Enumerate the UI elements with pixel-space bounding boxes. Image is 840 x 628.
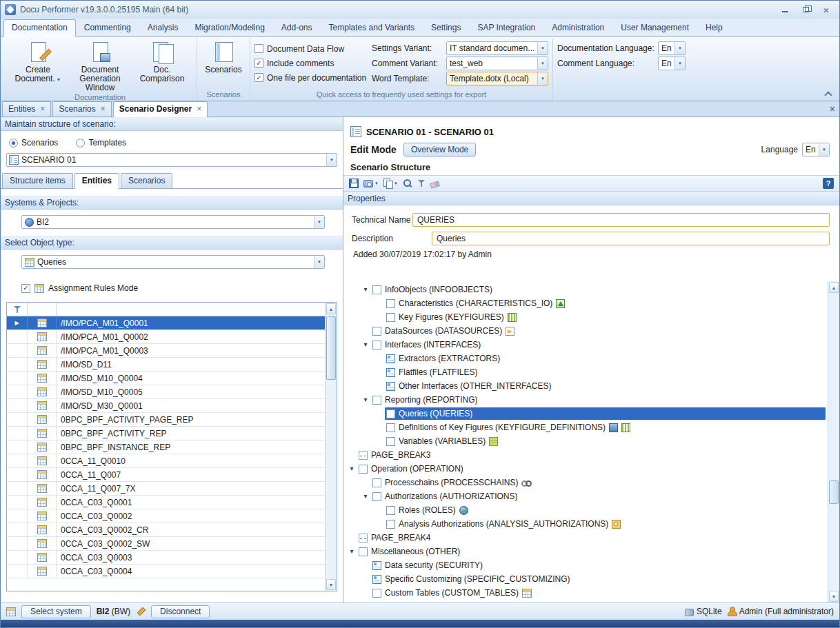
checkbox-icon[interactable] (372, 327, 381, 336)
ribbon-tab-analysis[interactable]: Analysis (139, 19, 187, 36)
scroll-down-icon[interactable]: ▼ (326, 579, 336, 590)
filter-button[interactable] (417, 179, 426, 188)
grid-row[interactable]: /IMO/SD_M10_Q0005 (7, 385, 325, 399)
checkbox-icon[interactable] (386, 409, 395, 418)
ribbon-tab-help[interactable]: Help (697, 19, 731, 36)
doc-tab-scenario-designer[interactable]: Scenario Designer× (113, 101, 208, 117)
checkbox-document-data-flow[interactable]: Document Data Flow (254, 41, 370, 56)
tree-scroll-thumb[interactable] (829, 480, 839, 504)
checkbox-icon[interactable]: ✓ (254, 73, 263, 82)
scroll-up-icon[interactable]: ▲ (829, 282, 839, 293)
grid-row[interactable]: 0CCA_11_Q007 (7, 468, 325, 482)
grid-row[interactable]: ▶/IMO/PCA_M01_Q0001 (7, 316, 325, 330)
tree-scroll-track[interactable] (829, 294, 839, 590)
ribbon-tab-add-ons[interactable]: Add-ons (273, 19, 321, 36)
edit-system-icon[interactable] (136, 607, 146, 616)
tree-item[interactable]: Data security (SECURITY) (343, 558, 828, 572)
checkbox-icon[interactable] (386, 437, 395, 446)
ribbon-tab-commenting[interactable]: Commenting (76, 19, 139, 36)
checkbox-icon[interactable] (386, 299, 395, 308)
ribbon-tab-sap-integration[interactable]: SAP Integration (469, 19, 543, 36)
tree-item[interactable]: PAGE_BREAK4 (343, 531, 828, 545)
checkbox-icon[interactable] (372, 589, 381, 598)
titlebar[interactable]: Docu Performer v19.3.0.0.25195 Main (64 … (1, 1, 839, 19)
dropdown-arrow-icon[interactable]: ▼ (674, 57, 685, 70)
minimize-button[interactable] (776, 3, 794, 16)
grid-row[interactable]: 0CCA_C03_Q0002_CR (7, 523, 325, 537)
tree-item[interactable]: Specific Customizing (SPECIFIC_CUSTOMIZI… (343, 572, 828, 586)
tree-item[interactable]: Other Interfaces (OTHER_INTERFACES) (343, 379, 828, 393)
dropdown-arrow-icon[interactable]: ▼ (537, 72, 548, 85)
overview-mode-button[interactable]: Overview Mode (403, 143, 476, 156)
checkbox-icon[interactable] (386, 423, 395, 432)
ribbon-tab-migration-modeling[interactable]: Migration/Modeling (186, 19, 272, 36)
expander-icon[interactable]: ▾ (360, 493, 371, 500)
user-info[interactable]: Admin (Full administrator) (728, 607, 834, 616)
description-field[interactable]: Queries (432, 232, 830, 245)
tree-item[interactable]: DataSources (DATASOURCES) (343, 324, 828, 338)
grid-row[interactable]: /IMO/SD_D11 (7, 358, 325, 372)
expander-icon[interactable]: ▾ (360, 286, 371, 293)
grid-row[interactable]: 0CCA_C03_Q0003 (7, 551, 325, 565)
help-button[interactable]: ? (823, 178, 834, 189)
checkbox-icon[interactable] (372, 341, 381, 350)
ribbon-tab-administration[interactable]: Administration (543, 19, 612, 36)
language-select[interactable]: En ▼ (802, 143, 830, 156)
ribbon-button-create-document[interactable]: Create Document. ▼ (8, 39, 68, 84)
scroll-up-icon[interactable]: ▲ (326, 303, 336, 314)
tab-scenarios[interactable]: Scenarios (121, 173, 172, 188)
radio-scenarios[interactable]: Scenarios (9, 138, 58, 148)
tree-item[interactable]: Definitions of Key Figures (KEYFIGURE_DE… (343, 421, 828, 434)
restore-button[interactable] (797, 3, 814, 16)
dropdown-arrow-icon[interactable]: ▼ (674, 42, 685, 54)
dropdown-arrow-icon[interactable]: ▼ (537, 57, 548, 70)
tree-item[interactable]: Key Figures (KEYFIGURES) (343, 310, 828, 324)
select-system-button[interactable]: Select system (21, 605, 91, 618)
combo-word-template[interactable]: Template.dotx (Local)▼ (446, 72, 548, 85)
tree-item[interactable]: Roles (ROLES) (343, 503, 828, 517)
grid-row[interactable]: 0CCA_C03_Q0001 (7, 496, 325, 509)
ribbon-tab-templates-and-variants[interactable]: Templates and Variants (321, 19, 423, 36)
tabbar-close-button[interactable]: × (830, 103, 835, 114)
checkbox-icon[interactable] (372, 478, 381, 487)
grid-row[interactable]: 0BPC_BPF_ACTIVITY_PAGE_REP (7, 413, 325, 427)
grid-filter-row[interactable] (7, 303, 325, 316)
grid-row[interactable]: 0CCA_11_Q007_7X (7, 482, 325, 496)
ribbon-tab-user-management[interactable]: User Management (612, 19, 697, 36)
checkbox-icon[interactable]: ✓ (254, 59, 263, 68)
grid-row[interactable]: 0CCA_11_Q0010 (7, 454, 325, 468)
tab-close-icon[interactable]: × (40, 104, 45, 114)
tree-item[interactable]: ▾Authorizations (AUTHORIZATIONS) (343, 489, 828, 503)
dropdown-arrow-icon[interactable]: ▼ (537, 42, 548, 54)
grid-scroll-track[interactable] (326, 315, 336, 578)
disconnect-button[interactable]: Disconnect (151, 605, 210, 618)
tree-item[interactable]: Extractors (EXTRACTORS) (343, 352, 828, 365)
radio-templates[interactable]: Templates (76, 138, 126, 148)
technical-name-field[interactable]: QUERIES (412, 213, 830, 227)
assignment-rules-row[interactable]: ✓ Assignment Rules Mode (1, 276, 343, 295)
checkbox-icon[interactable] (386, 506, 395, 515)
tree-item[interactable]: PAGE_BREAK3 (343, 448, 828, 462)
system-select[interactable]: BI2 ▼ (21, 215, 325, 229)
grid-scrollbar[interactable]: ▲ ▼ (325, 303, 337, 591)
collapse-ribbon-button[interactable] (824, 90, 832, 98)
grid-row[interactable]: 0BPC_BPF_ACTIVITY_REP (7, 427, 325, 440)
grid-row[interactable]: /IMO/SD_M30_Q0001 (7, 399, 325, 413)
tree-item[interactable]: Variables (VARIABLES) (343, 434, 828, 448)
tab-entities[interactable]: Entities (74, 173, 119, 189)
expander-icon[interactable]: ▾ (360, 396, 371, 403)
assignment-checkbox[interactable]: ✓ (21, 284, 30, 293)
tree-item[interactable]: Queries (QUERIES) (343, 407, 828, 421)
tree-item[interactable]: Custom Tables (CUSTOM_TABLES) (343, 586, 828, 600)
checkbox-one-file-per-documentation[interactable]: ✓One file per documentation (254, 70, 370, 85)
grid-row[interactable]: /IMO/SD_M10_Q0004 (7, 372, 325, 385)
tab-structure-items[interactable]: Structure items (2, 173, 73, 188)
dropdown-arrow-icon[interactable]: ▼ (314, 216, 324, 228)
clear-filter-button[interactable] (430, 180, 439, 188)
tree-item[interactable]: ▾Operation (OPERATION) (343, 462, 828, 476)
save-button[interactable] (349, 179, 359, 188)
grid-row[interactable]: /IMO/PCA_M01_Q0003 (7, 344, 325, 358)
tree-item[interactable]: Flatfiles (FLATFILES) (343, 365, 828, 379)
checkbox-icon[interactable] (372, 396, 381, 405)
ribbon-tab-documentation[interactable]: Documentation (3, 19, 76, 37)
